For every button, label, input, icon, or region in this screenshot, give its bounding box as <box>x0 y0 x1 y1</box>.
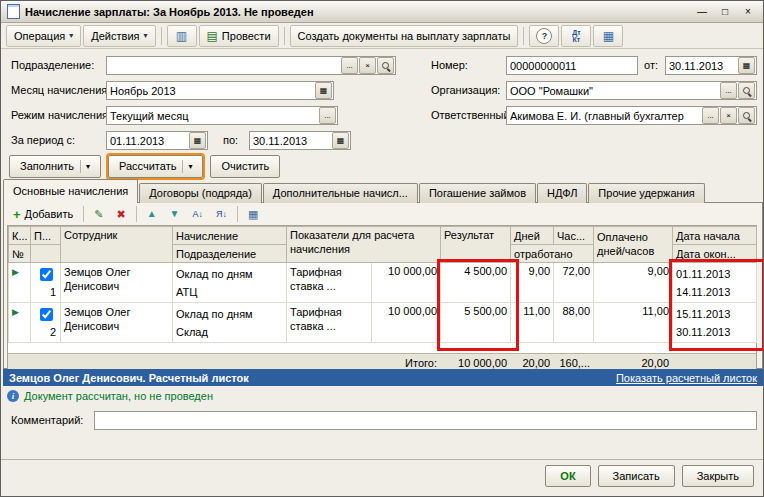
fill-button[interactable]: Заполнить ▾ <box>9 155 101 178</box>
responsible-clear-button[interactable]: × <box>720 107 737 124</box>
organization-open-button[interactable] <box>738 82 755 99</box>
document-actions-row: Заполнить ▾ Рассчитать ▾ Очистить <box>1 153 763 179</box>
cell-row-marker: ▶ <box>9 303 31 343</box>
department-open-button[interactable] <box>377 57 394 74</box>
cell-indicator-name[interactable]: Тарифная ставка ... <box>287 303 372 343</box>
header-result[interactable]: Результат <box>441 227 511 263</box>
mode-select-button[interactable]: ... <box>319 107 336 124</box>
move-up-button[interactable]: ▲ <box>142 204 162 224</box>
header-hours[interactable]: Час... <box>554 227 594 245</box>
show-postings-button[interactable]: ДтКт <box>561 25 591 47</box>
cell-dates[interactable]: 01.11.2013 14.11.2013 <box>673 263 757 303</box>
edit-row-button[interactable]: ✎ <box>89 204 108 224</box>
period-from-field: ▦ <box>106 131 208 150</box>
cell-days[interactable]: 9,00 <box>511 263 554 303</box>
ellipsis-icon: ... <box>324 112 331 120</box>
period-to-calendar-button[interactable]: ▦ <box>332 132 349 149</box>
grid-settings-button[interactable]: ▦ <box>243 204 263 224</box>
reports-button[interactable]: ▦ <box>593 25 623 47</box>
delete-row-button[interactable]: ✖ <box>111 204 130 224</box>
period-from-input[interactable] <box>107 132 189 149</box>
cell-paid[interactable]: 9,00 <box>594 263 673 303</box>
doc-date-calendar-button[interactable]: ▦ <box>738 57 755 74</box>
sort-asc-button[interactable]: А↓ <box>187 204 208 224</box>
journal-button[interactable]: ▥ <box>167 25 197 47</box>
totals-paid: 20,00 <box>593 357 672 369</box>
chevron-down-icon: ▾ <box>182 160 192 173</box>
ok-button[interactable]: ОК <box>545 465 590 487</box>
period-from-calendar-button[interactable]: ▦ <box>189 132 206 149</box>
doc-date-input[interactable] <box>666 57 738 74</box>
tab-loan-repayment[interactable]: Погашение займов <box>419 183 536 203</box>
cell-indicator-name[interactable]: Тарифная ставка ... <box>287 263 372 303</box>
header-paid[interactable]: Оплачено дней/часов <box>594 227 673 263</box>
number-input[interactable] <box>507 57 637 74</box>
calculate-button[interactable]: Рассчитать ▾ <box>108 155 203 178</box>
close-window-button[interactable]: Закрыть <box>682 465 754 487</box>
department-clear-button[interactable]: × <box>359 57 376 74</box>
cell-employee[interactable]: Земцов Олег Денисович <box>61 303 173 343</box>
organization-input[interactable] <box>507 82 720 99</box>
table-row[interactable]: ▶ 2 Земцов Олег Денисович Оклад по дням … <box>9 303 757 343</box>
cell-paid[interactable]: 11,00 <box>594 303 673 343</box>
header-date-end[interactable]: Дата окон... <box>673 245 757 263</box>
header-employee[interactable]: Сотрудник <box>61 227 173 263</box>
cell-hours[interactable]: 88,00 <box>554 303 594 343</box>
cell-accrual-department[interactable]: Оклад по дням АТЦ <box>173 263 287 303</box>
cell-employee[interactable]: Земцов Олег Денисович <box>61 263 173 303</box>
header-checkbox[interactable]: П... <box>31 227 61 245</box>
post-button[interactable]: ▤ Провести <box>199 25 279 47</box>
row-selected-checkbox[interactable] <box>40 268 53 281</box>
actions-menu-button[interactable]: Действия ▾ <box>83 25 155 47</box>
tab-additional-accruals[interactable]: Дополнительные начисл... <box>263 183 418 203</box>
header-date-start[interactable]: Дата начала <box>673 227 757 245</box>
month-input[interactable] <box>107 82 315 99</box>
toolbar-separator <box>523 27 524 45</box>
department-input[interactable] <box>107 57 341 74</box>
cell-days[interactable]: 11,00 <box>511 303 554 343</box>
period-to-input[interactable] <box>250 132 332 149</box>
create-payment-docs-button[interactable]: Создать документы на выплату зарплаты <box>290 25 519 47</box>
cell-hours[interactable]: 72,00 <box>554 263 594 303</box>
add-row-button[interactable]: + Добавить <box>8 204 78 224</box>
maximize-button[interactable]: □ <box>716 4 734 19</box>
close-button[interactable]: × <box>739 4 757 19</box>
cell-result[interactable]: 4 500,00 <box>441 263 511 303</box>
tab-other-deductions[interactable]: Прочие удержания <box>588 183 704 203</box>
tab-ndfl[interactable]: НДФЛ <box>537 183 587 203</box>
header-row-number[interactable]: № <box>9 245 31 263</box>
cell-indicator-value[interactable]: 10 000,00 <box>372 263 441 303</box>
responsible-select-button[interactable]: ... <box>702 107 719 124</box>
comment-input[interactable] <box>95 412 756 429</box>
minimize-button[interactable]: — <box>693 4 711 19</box>
responsible-input[interactable] <box>507 107 702 124</box>
header-worked[interactable]: отработано <box>511 245 594 263</box>
tab-contract-agreements[interactable]: Договоры (подряда) <box>139 183 262 203</box>
responsible-open-button[interactable] <box>738 107 755 124</box>
clear-button[interactable]: Очистить <box>210 155 280 178</box>
operation-menu-button[interactable]: Операция ▾ <box>6 25 81 47</box>
help-button[interactable]: ? <box>529 25 559 47</box>
sort-desc-button[interactable]: Я↓ <box>211 204 232 224</box>
header-indicators[interactable]: Показатели для расчета начисления <box>287 227 441 263</box>
grid-empty-area[interactable] <box>8 343 756 353</box>
tab-main-accruals[interactable]: Основные начисления <box>3 179 138 203</box>
move-down-button[interactable]: ▼ <box>165 204 185 224</box>
tab-panel: + Добавить ✎ ✖ ▲ ▼ А↓ Я↓ ▦ <box>3 202 763 369</box>
cell-dates[interactable]: 15.11.2013 30.11.2013 <box>673 303 757 343</box>
header-department[interactable]: Подразделение <box>173 245 287 263</box>
save-button[interactable]: Записать <box>598 465 675 487</box>
department-select-button[interactable]: ... <box>341 57 358 74</box>
mode-input[interactable] <box>107 107 319 124</box>
table-row[interactable]: ▶ 1 Земцов Олег Денисович Оклад по дням … <box>9 263 757 303</box>
cell-indicator-value[interactable]: 10 000,00 <box>372 303 441 343</box>
cell-accrual-department[interactable]: Оклад по дням Склад <box>173 303 287 343</box>
header-marker[interactable]: К... <box>9 227 31 245</box>
month-calendar-button[interactable]: ▦ <box>315 82 332 99</box>
organization-select-button[interactable]: ... <box>720 82 737 99</box>
show-payslip-link[interactable]: Показать расчетный листок <box>616 372 757 384</box>
row-selected-checkbox[interactable] <box>40 308 53 321</box>
cell-result[interactable]: 5 500,00 <box>441 303 511 343</box>
header-accrual[interactable]: Начисление <box>173 227 287 245</box>
header-days[interactable]: Дней <box>511 227 554 245</box>
